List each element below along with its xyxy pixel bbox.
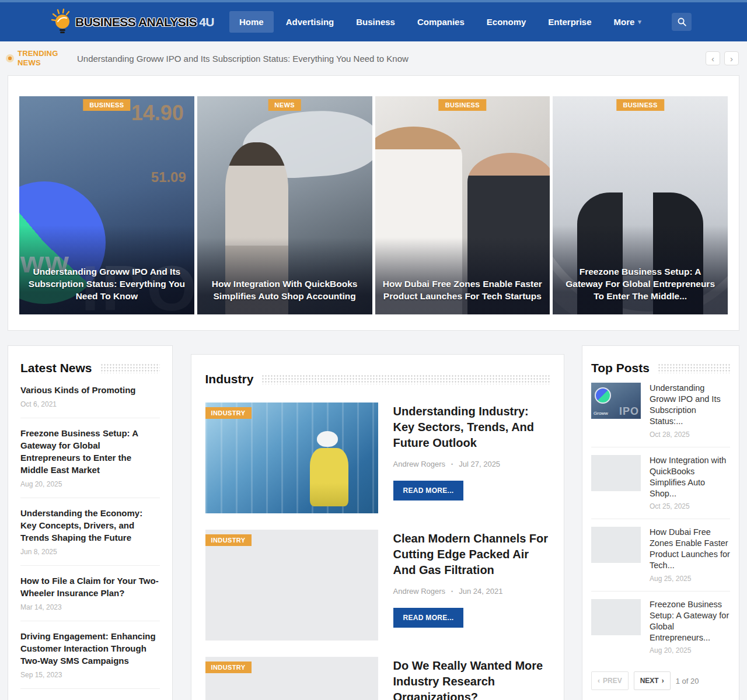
content-columns: Latest News Various Kinds of Promoting O… [8, 345, 739, 700]
nav-item-enterprise[interactable]: Enterprise [538, 11, 601, 33]
article-title[interactable]: How to File a Claim for Your Two-Wheeler… [20, 575, 160, 599]
list-item: Freezone Business Setup: A Gateway for G… [591, 592, 730, 663]
article-image [205, 402, 378, 513]
article-date: Jun 8, 2025 [20, 548, 160, 556]
heading-dots-decoration [261, 374, 549, 384]
read-more-button[interactable]: READ MORE... [393, 608, 464, 628]
nav-item-more[interactable]: More▾ [604, 11, 651, 33]
trending-label: TRENDING NEWS [18, 49, 62, 67]
article-thumbnail-placeholder[interactable] [591, 599, 641, 635]
article-title[interactable]: The Rise of Enterprise: Understanding It… [20, 698, 160, 700]
industry-heading-row: Industry [205, 372, 550, 386]
post-body: How Dubai Free Zones Enable Faster Produ… [650, 527, 730, 583]
article-title[interactable]: Freezone Business Setup: A Gateway for G… [20, 427, 160, 476]
category-badge[interactable]: INDUSTRY [205, 534, 252, 546]
next-page-button[interactable]: NEXT› [634, 671, 671, 690]
article-content: Do We Really Wanted More Industry Resear… [393, 657, 550, 700]
category-badge[interactable]: NEWS [268, 99, 301, 111]
nav-item-companies[interactable]: Companies [407, 11, 474, 33]
article-title[interactable]: Understanding Groww IPO and Its Subscrip… [650, 383, 730, 428]
ipo-watermark-text: IPO [619, 405, 639, 418]
article-thumbnail-placeholder[interactable] [591, 527, 641, 563]
article-image-link[interactable]: INDUSTRY [205, 657, 378, 700]
heading-dots-decoration [658, 363, 730, 373]
article-title[interactable]: Clean Modern Channels For Cutting Edge P… [393, 531, 550, 578]
list-item: Understanding the Economy: Key Concepts,… [20, 498, 160, 566]
industry-panel: Industry INDUSTRY Understanding Industry… [191, 354, 564, 700]
card-caption: Understanding Groww IPO And Its Subscrip… [19, 225, 194, 314]
article-date: Aug 25, 2025 [650, 575, 730, 583]
groww-logo-icon [595, 387, 611, 404]
article-title[interactable]: Understanding Groww IPO And Its Subscrip… [26, 266, 187, 303]
bullet-separator-icon: • [451, 589, 453, 594]
featured-section: 14.90 51.09 ww IPO BUSINESS Understandin… [8, 75, 739, 331]
article-title[interactable]: How Dubai Free Zones Enable Faster Produ… [650, 527, 730, 572]
category-badge[interactable]: INDUSTRY [205, 407, 252, 419]
article-date: Aug 20, 2025 [20, 480, 160, 488]
search-button[interactable] [672, 13, 692, 31]
list-item: Groww IPO Understanding Groww IPO and It… [591, 375, 730, 447]
article-image-link[interactable]: INDUSTRY [205, 530, 378, 640]
category-badge[interactable]: BUSINESS [439, 99, 486, 111]
category-badge[interactable]: BUSINESS [83, 99, 130, 111]
featured-card-freezone-setup[interactable]: BUSINESS Freezone Business Setup: A Gate… [553, 96, 728, 314]
featured-card-dubai-freezones[interactable]: BUSINESS How Dubai Free Zones Enable Fas… [375, 96, 550, 314]
post-body: Understanding Groww IPO and Its Subscrip… [650, 383, 730, 439]
list-item: How Integration with QuickBooks Simplifi… [591, 447, 730, 520]
top-posts-panel: Top Posts Groww IPO Understanding Groww … [582, 345, 739, 700]
article-date: Jun 24, 2021 [459, 587, 502, 596]
main-nav: Home Advertising Business Companies Econ… [228, 11, 652, 33]
industry-article: INDUSTRY Clean Modern Channels For Cutti… [205, 530, 550, 640]
top-posts-heading: Top Posts [591, 361, 650, 375]
article-title[interactable]: Various Kinds of Promoting [20, 384, 160, 396]
industry-article: INDUSTRY Do We Really Wanted More Indust… [205, 657, 550, 700]
article-title[interactable]: Understanding the Economy: Key Concepts,… [20, 507, 160, 544]
nav-item-economy[interactable]: Economy [477, 11, 536, 33]
nav-item-home[interactable]: Home [229, 11, 274, 33]
prev-page-button[interactable]: ‹PREV [591, 671, 629, 690]
article-title[interactable]: How Dubai Free Zones Enable Faster Produ… [382, 278, 543, 303]
list-item: Various Kinds of Promoting Oct 6, 2021 [20, 375, 160, 418]
industry-article: INDUSTRY Understanding Industry: Key Sec… [205, 402, 550, 513]
category-badge[interactable]: INDUSTRY [205, 662, 252, 673]
post-body: Freezone Business Setup: A Gateway for G… [650, 599, 730, 655]
post-body: How Integration with QuickBooks Simplifi… [650, 455, 730, 511]
heading-dots-decoration [100, 363, 160, 373]
article-image-link[interactable]: INDUSTRY [205, 402, 378, 513]
featured-card-quickbooks[interactable]: NEWS How Integration With QuickBooks Sim… [197, 96, 372, 314]
article-title[interactable]: Freezone Business Setup: A Gateway For G… [560, 266, 721, 303]
bullet-separator-icon: • [451, 461, 453, 467]
article-title[interactable]: How Integration With QuickBooks Simplifi… [204, 278, 365, 303]
category-badge[interactable]: BUSINESS [616, 99, 664, 111]
article-date: Mar 14, 2023 [20, 603, 160, 611]
trending-prev-button[interactable]: ‹ [706, 51, 720, 65]
trending-headline[interactable]: Understanding Groww IPO and Its Subscrip… [77, 54, 409, 64]
article-meta: Andrew Rogers • Jun 24, 2021 [393, 587, 550, 596]
trending-next-button[interactable]: › [724, 51, 739, 65]
article-author[interactable]: Andrew Rogers [393, 587, 446, 596]
read-more-button[interactable]: READ MORE... [393, 481, 464, 501]
nav-item-advertising[interactable]: Advertising [276, 11, 344, 33]
chevron-down-icon: ▾ [638, 18, 641, 26]
featured-card-groww-ipo[interactable]: 14.90 51.09 ww IPO BUSINESS Understandin… [19, 96, 194, 314]
article-thumbnail[interactable]: Groww IPO [591, 383, 641, 419]
card-caption: How Integration With QuickBooks Simplifi… [197, 237, 372, 314]
nav-item-business[interactable]: Business [346, 11, 405, 33]
article-title[interactable]: Driving Engagement: Enhancing Customer I… [20, 630, 160, 667]
site-logo[interactable]: BUSINESS ANALYSIS4U [50, 8, 214, 36]
list-item: Freezone Business Setup: A Gateway for G… [20, 418, 160, 498]
article-title[interactable]: How Integration with QuickBooks Simplifi… [650, 455, 730, 500]
article-title[interactable]: Understanding Industry: Key Sectors, Tre… [393, 404, 550, 451]
site-title: BUSINESS ANALYSIS4U [75, 15, 214, 29]
article-date: Oct 6, 2021 [20, 400, 160, 408]
groww-label-text: Groww [594, 411, 608, 416]
article-title[interactable]: Freezone Business Setup: A Gateway for G… [650, 599, 730, 644]
article-title[interactable]: Do We Really Wanted More Industry Resear… [393, 658, 550, 700]
search-icon [677, 17, 687, 27]
article-author[interactable]: Andrew Rogers [393, 460, 446, 468]
article-thumbnail-placeholder[interactable] [591, 455, 641, 491]
latest-news-heading-row: Latest News [20, 361, 160, 375]
article-date: Jul 27, 2025 [459, 460, 500, 468]
card-caption: Freezone Business Setup: A Gateway For G… [553, 225, 728, 314]
article-date: Oct 25, 2025 [650, 502, 730, 510]
